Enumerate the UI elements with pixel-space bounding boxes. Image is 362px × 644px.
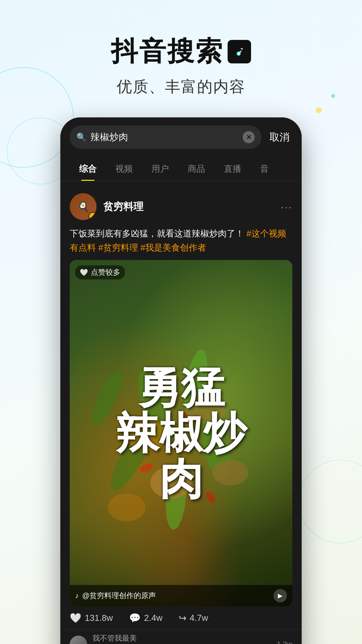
sound-bar[interactable]: ♪ @贫穷料理创作的原声 ▶ — [70, 585, 292, 606]
shares-icon: ↪ — [179, 612, 186, 624]
user-name[interactable]: 贫穷料理 — [103, 200, 143, 214]
comment-content: 我不管我最美 我就没一次看时不咽唾沫的 😄 — [93, 633, 272, 644]
tab-audio[interactable]: 音 — [251, 157, 278, 181]
video-thumbnail: 勇猛 辣椒炒 肉 🤍 点赞较多 — [70, 260, 292, 606]
bg-dot-yellow — [316, 107, 322, 113]
post-description: 下饭菜到底有多凶猛，就看这道辣椒炒肉了！ #这个视频有点料 #贫穷料理 #我是美… — [60, 225, 302, 260]
heart-icon: 🤍 — [80, 268, 88, 276]
shares-count: 4.7w — [190, 613, 208, 623]
tiktok-logo-icon — [228, 40, 251, 63]
shares-stat[interactable]: ↪ 4.7w — [179, 612, 208, 624]
video-big-text-line2: 辣椒炒 — [116, 410, 246, 456]
search-input-wrapper[interactable]: 🔍 辣椒炒肉 ✕ — [70, 125, 261, 149]
app-title: 抖音搜索 — [0, 34, 362, 70]
comments-stat[interactable]: 💬 2.4w — [129, 612, 163, 624]
tab-user[interactable]: 用户 — [142, 157, 178, 181]
likes-icon: 🤍 — [70, 612, 81, 624]
user-avatar: 🍳 ✓ — [70, 193, 97, 220]
search-bar: 🔍 辣椒炒肉 ✕ 取消 — [60, 117, 302, 157]
likes-stat[interactable]: 🤍 131.8w — [70, 612, 113, 624]
title-text: 抖音搜索 — [111, 34, 224, 70]
sound-text: @贫穷料理创作的原声 — [82, 591, 156, 601]
comments-icon: 💬 — [129, 612, 141, 624]
verified-badge-icon: ✓ — [88, 212, 97, 220]
phone-frame: 🔍 辣椒炒肉 ✕ 取消 综合 视频 用户 商品 — [60, 117, 302, 644]
tab-product[interactable]: 商品 — [178, 157, 215, 181]
stats-row: 🤍 131.8w 💬 2.4w ↪ 4.7w — [60, 606, 302, 630]
commenter-avatar — [70, 636, 87, 644]
user-card: 🍳 ✓ 贫穷料理 ··· — [60, 188, 302, 225]
video-text-overlay: 勇猛 辣椒炒 肉 — [70, 260, 292, 606]
likes-count: 131.8w — [85, 613, 113, 623]
tab-comprehensive[interactable]: 综合 — [70, 157, 106, 181]
phone-inner: 🔍 辣椒炒肉 ✕ 取消 综合 视频 用户 商品 — [60, 117, 302, 644]
content-area: 🍳 ✓ 贫穷料理 ··· 下饭菜到底有多凶猛，就看这道辣椒炒肉了！ #这个视频有… — [60, 181, 302, 644]
svg-point-0 — [237, 52, 240, 55]
comments-count: 2.4w — [144, 613, 163, 623]
video-big-text-line1: 勇猛 — [137, 365, 225, 411]
search-query[interactable]: 辣椒炒肉 — [90, 131, 239, 144]
more-options-button[interactable]: ··· — [281, 200, 292, 213]
video-big-text-line3: 肉 — [159, 456, 203, 502]
search-icon: 🔍 — [76, 132, 86, 142]
clear-button[interactable]: ✕ — [243, 131, 255, 143]
comment-preview: 我不管我最美 我就没一次看时不咽唾沫的 😄 1.2w — [60, 630, 302, 644]
tab-video[interactable]: 视频 — [106, 157, 142, 181]
comment-author: 我不管我最美 — [93, 633, 272, 643]
bg-dot-green — [331, 94, 335, 98]
tab-live[interactable]: 直播 — [215, 157, 251, 181]
sound-info: ♪ @贫穷料理创作的原声 — [75, 591, 156, 601]
likes-badge-text: 点赞较多 — [91, 267, 120, 277]
comment-count: 1.2w — [277, 640, 292, 644]
likes-badge: 🤍 点赞较多 — [75, 265, 125, 279]
video-wrapper[interactable]: 勇猛 辣椒炒 肉 🤍 点赞较多 — [70, 260, 292, 606]
tabs-row: 综合 视频 用户 商品 直播 音 — [60, 157, 302, 181]
cancel-button[interactable]: 取消 — [267, 130, 292, 144]
phone-container: 🔍 辣椒炒肉 ✕ 取消 综合 视频 用户 商品 — [0, 117, 362, 644]
post-text: 下饭菜到底有多凶猛，就看这道辣椒炒肉了！ — [70, 228, 244, 238]
tiktok-sound-icon: ♪ — [75, 591, 79, 600]
play-button[interactable]: ▶ — [274, 589, 287, 602]
